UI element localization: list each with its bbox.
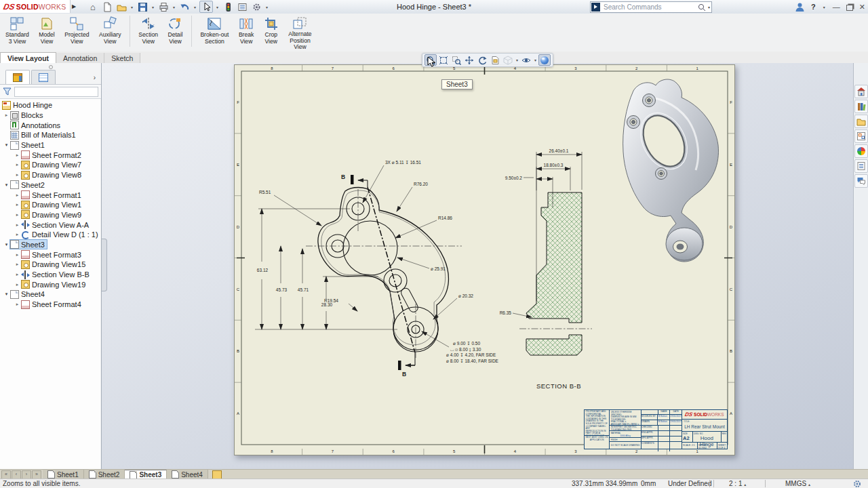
tree-item-section-view-aa[interactable]: Section View A-A	[0, 220, 100, 230]
model-view-button[interactable]: Model View	[35, 14, 58, 49]
expand-arrow-icon[interactable]	[14, 262, 21, 267]
break-view-button[interactable]: Break View	[235, 14, 257, 49]
file-explorer-icon[interactable]	[854, 115, 868, 128]
tree-item-sheet3[interactable]: Sheet3	[0, 240, 100, 250]
tree-item-drawing-view7[interactable]: Drawing View7	[0, 160, 100, 170]
zoom-window-icon[interactable]	[437, 54, 450, 66]
display-style-dropdown-arrow[interactable]	[515, 58, 519, 62]
home-icon[interactable]: ⌂	[87, 1, 99, 12]
first-sheet-button[interactable]: «	[1, 470, 11, 479]
view-palette-icon[interactable]	[854, 129, 868, 143]
last-sheet-button[interactable]: »	[32, 470, 41, 479]
rotate-view-icon[interactable]	[476, 54, 488, 66]
undo-dropdown-arrow[interactable]	[193, 5, 197, 9]
minimize-button[interactable]: —	[833, 3, 840, 11]
feature-tree-tab[interactable]	[5, 70, 30, 84]
tree-filter-input[interactable]	[14, 87, 98, 97]
graphics-area[interactable]: 87 65 43 21 87 65 43 21 FE DC BA FE DC B…	[102, 63, 853, 469]
save-dropdown-arrow[interactable]	[151, 5, 155, 9]
tree-item-drawing-view8[interactable]: Drawing View8	[0, 170, 100, 180]
expand-arrow-icon[interactable]	[14, 272, 21, 277]
expand-arrow-icon[interactable]	[14, 202, 21, 207]
menu-expand-arrow[interactable]: ▶	[72, 2, 79, 12]
panel-splitter-dot[interactable]	[0, 63, 101, 69]
detail-view-button[interactable]: Detail View	[164, 14, 186, 49]
close-button[interactable]: ✕	[859, 3, 865, 12]
sheet1-tab[interactable]: Sheet1	[43, 470, 84, 479]
sheet3-tab[interactable]: Sheet3	[125, 470, 167, 479]
prev-sheet-button[interactable]: ‹	[12, 470, 21, 479]
tree-item-drawing-view9[interactable]: Drawing View9	[0, 210, 100, 220]
zoom-to-area-icon[interactable]	[450, 54, 462, 66]
projected-view-button[interactable]: Projected View	[61, 14, 92, 49]
appearances-scenes-icon[interactable]	[854, 144, 868, 158]
design-library-icon[interactable]	[854, 100, 868, 113]
expand-arrow-icon[interactable]	[14, 152, 21, 158]
resources-home-icon[interactable]	[854, 85, 868, 98]
expand-arrow-icon[interactable]	[14, 252, 21, 258]
panel-splitter-handle[interactable]	[102, 239, 107, 291]
select-tool-icon[interactable]	[199, 1, 213, 13]
pan-icon[interactable]	[463, 54, 475, 66]
user-account-icon[interactable]	[795, 2, 805, 12]
display-pane-tab[interactable]	[31, 70, 56, 84]
open-icon[interactable]	[115, 1, 127, 12]
crop-view-button[interactable]: Crop View	[260, 14, 282, 49]
broken-out-section-button[interactable]: Broken-out Section	[197, 14, 232, 49]
status-options-gear-icon[interactable]	[853, 480, 861, 488]
view-settings-icon[interactable]	[538, 54, 551, 66]
tree-item-blocks[interactable]: Blocks	[0, 110, 100, 121]
tree-item-section-view-bb[interactable]: Section View B-B	[0, 270, 100, 280]
collapse-arrow-icon[interactable]	[3, 142, 10, 148]
tree-item-sheet-format2[interactable]: Sheet Format2	[0, 150, 100, 160]
search-commands[interactable]	[590, 1, 712, 13]
expand-arrow-icon[interactable]	[14, 222, 21, 228]
hide-show-items-icon[interactable]	[520, 54, 532, 66]
help-button[interactable]: ?	[811, 3, 816, 11]
print-icon[interactable]	[157, 1, 170, 12]
search-icon[interactable]	[697, 3, 707, 12]
tree-item-drawing-view15[interactable]: Drawing View15	[0, 260, 100, 270]
custom-properties-icon[interactable]	[854, 159, 868, 173]
hide-show-dropdown-arrow[interactable]	[533, 58, 538, 62]
tree-item-detail-view-d[interactable]: Detail View D (1 : 1)	[0, 230, 100, 240]
tree-item-sheet4[interactable]: Sheet4	[0, 289, 100, 300]
expand-arrow-icon[interactable]	[14, 282, 21, 287]
tree-item-sheet-format4[interactable]: Sheet Format4	[0, 300, 100, 310]
options-list-icon[interactable]	[236, 1, 248, 12]
help-dropdown-arrow[interactable]	[822, 5, 827, 9]
sheet-scale-control[interactable]: 2 : 1 ▴	[729, 479, 746, 488]
expand-arrow-icon[interactable]	[14, 302, 21, 307]
tree-item-sheet2[interactable]: Sheet2	[0, 180, 100, 190]
isometric-view[interactable]	[623, 79, 719, 262]
xpress-tools-icon[interactable]	[222, 1, 234, 12]
undo-icon[interactable]	[178, 1, 191, 12]
standard-3-view-button[interactable]: Standard 3 View	[2, 14, 33, 49]
select-dropdown-arrow[interactable]	[215, 5, 220, 9]
panel-expand-chevron[interactable]: ›	[94, 74, 96, 81]
tab-annotation[interactable]: Annotation	[56, 53, 104, 64]
new-document-icon[interactable]	[101, 1, 113, 12]
expand-arrow-icon[interactable]	[14, 212, 21, 218]
tree-item-sheet1[interactable]: Sheet1	[0, 140, 100, 150]
restore-button[interactable]	[846, 5, 853, 11]
expand-arrow-icon[interactable]	[3, 113, 10, 118]
open-dropdown-arrow[interactable]	[130, 5, 134, 9]
main-drawing-view[interactable]: B B 63.12 45.73	[255, 160, 499, 378]
tree-item-drawing-view19[interactable]: Drawing View19	[0, 279, 100, 289]
tree-item-annotations[interactable]: Annotations	[0, 120, 100, 130]
settings-dropdown-arrow[interactable]	[264, 5, 269, 9]
forum-icon[interactable]	[854, 174, 868, 188]
alternate-position-view-button[interactable]: Alternate Position View	[285, 14, 315, 49]
tree-item-bom[interactable]: Bill of Materials1	[0, 130, 100, 140]
tab-sketch[interactable]: Sketch	[104, 53, 140, 64]
collapse-arrow-icon[interactable]	[3, 242, 10, 247]
drawing-sheet[interactable]: 87 65 43 21 87 65 43 21 FE DC BA FE DC B…	[234, 64, 735, 455]
display-style-icon[interactable]	[502, 54, 514, 66]
section-view-b-b[interactable]: 26.40±0.1 18.80±0.3 9.50±0.2 R6.35 SECTI…	[500, 148, 592, 390]
auxiliary-view-button[interactable]: Auxiliary View	[96, 14, 124, 49]
tree-item-sheet-format3[interactable]: Sheet Format3	[0, 249, 100, 260]
save-icon[interactable]	[136, 1, 149, 12]
tree-item-root[interactable]: Hood Hinge	[0, 100, 100, 110]
collapse-arrow-icon[interactable]	[3, 182, 10, 188]
